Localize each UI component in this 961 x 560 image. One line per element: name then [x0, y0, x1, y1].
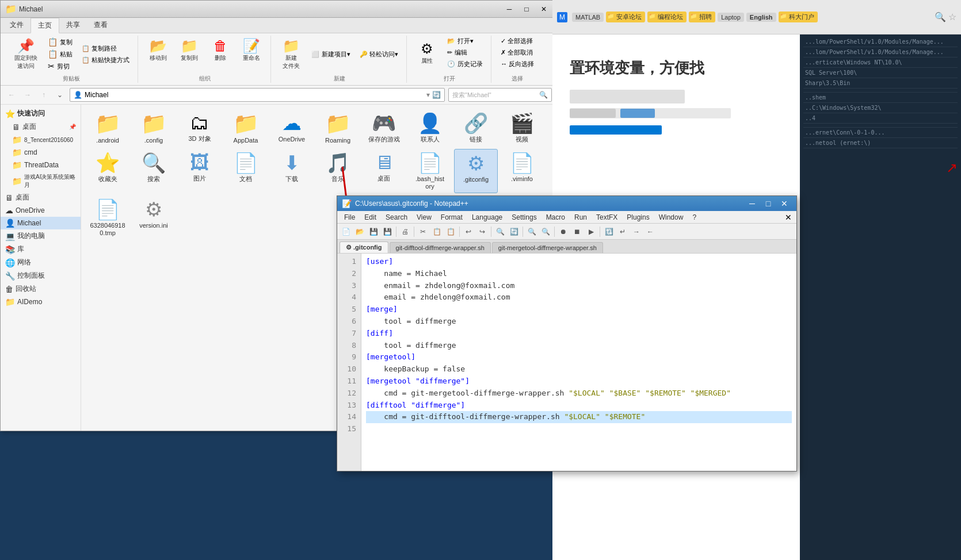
file-appdata[interactable]: 📁 AppData — [224, 109, 268, 147]
bookmark-matlab[interactable]: MATLAB — [572, 13, 604, 22]
notepad-editor[interactable]: 1 2 3 4 5 6 7 8 9 10 11 12 13 14 15 [use… — [337, 254, 796, 471]
menu-plugins[interactable]: Plugins — [622, 212, 654, 223]
copy-to-button[interactable]: 📁 复制到 — [175, 36, 204, 64]
new-folder-button[interactable]: 📁 新建文件夹 — [277, 36, 306, 72]
tb-paste[interactable]: 📋 — [444, 225, 457, 238]
sidebar-desktop[interactable]: 🖥 桌面 — [1, 191, 81, 204]
tb-record[interactable]: ⏺ — [557, 225, 570, 238]
sidebar-desktop-pin[interactable]: 🖥 桌面 📌 — [1, 120, 81, 133]
file-viminfo[interactable]: 📄 .viminfo — [500, 149, 544, 193]
refresh-icon[interactable]: 🔄 — [432, 91, 441, 99]
tb-replace[interactable]: 🔄 — [508, 225, 520, 238]
tb-print[interactable]: 🖨 — [399, 225, 411, 238]
file-tmp[interactable]: 📄 6328046918 0.tmp — [86, 195, 129, 239]
back-button[interactable]: ← — [5, 89, 18, 101]
maximize-button[interactable]: □ — [518, 3, 535, 15]
recent-button[interactable]: ⌄ — [54, 89, 66, 101]
tb-new[interactable]: 📄 — [340, 225, 352, 238]
tb-unindent[interactable]: ← — [644, 225, 657, 238]
bookmark-english[interactable]: English — [746, 13, 776, 22]
browser-star-icon[interactable]: ☆ — [948, 11, 956, 22]
tb-cut[interactable]: ✂ — [417, 225, 429, 238]
pin-button[interactable]: 📌 固定到快速访问 — [10, 36, 42, 72]
ribbon-tab-home[interactable]: 主页 — [30, 18, 59, 33]
tb-sync[interactable]: 🔃 — [602, 225, 615, 238]
file-contacts[interactable]: 👤 联系人 — [408, 109, 452, 147]
tab-difftool[interactable]: git-difftool-diffmerge-wrapper.sh — [390, 242, 491, 253]
search-button[interactable]: 🔍 — [539, 91, 548, 99]
easy-access-button[interactable]: 🔑 轻松访问▾ — [356, 49, 402, 60]
menu-settings[interactable]: Settings — [507, 212, 541, 223]
copy-path-button[interactable]: 📋 复制路径 — [78, 43, 133, 54]
open-button[interactable]: 📂 打开▾ — [444, 36, 486, 47]
file-desktop-folder[interactable]: 🖥 桌面 — [362, 149, 406, 193]
up-button[interactable]: ↑ — [37, 89, 50, 101]
tb-wrap[interactable]: ↵ — [616, 225, 629, 238]
address-path[interactable]: 👤 Michael ▾ 🔄 — [70, 88, 445, 102]
file-version-ini[interactable]: ⚙ version.ini — [132, 195, 176, 239]
file-3dobjects[interactable]: 🗂 3D 对象 — [178, 109, 222, 147]
file-documents[interactable]: 📄 文档 — [224, 149, 268, 193]
cut-button[interactable]: ✂ 剪切 — [44, 60, 76, 72]
search-box[interactable]: 搜索"Michael" 🔍 — [448, 88, 552, 102]
sidebar-controlpanel[interactable]: 🔧 控制面板 — [1, 269, 81, 282]
ribbon-tab-view[interactable]: 查看 — [87, 18, 115, 33]
copy-button[interactable]: 📋 复制 — [44, 36, 76, 48]
file-downloads[interactable]: ⬇ 下载 — [270, 149, 314, 193]
notepad-close[interactable]: ✕ — [777, 198, 792, 209]
menu-format[interactable]: Format — [436, 212, 467, 223]
ribbon-tab-file[interactable]: 文件 — [3, 18, 30, 33]
browser-search-icon[interactable]: 🔍 — [935, 11, 946, 22]
properties-button[interactable]: ⚙ 属性 — [413, 39, 441, 67]
menu-window[interactable]: Window — [654, 212, 688, 223]
sidebar-aidemo[interactable]: 📁 AIDemo — [1, 296, 81, 308]
sidebar-quick-access[interactable]: ⭐ 快速访问 — [1, 107, 81, 120]
code-area[interactable]: [user] name = Michael enmail = zhdelong@… — [361, 254, 796, 471]
forward-button[interactable]: → — [21, 89, 34, 101]
file-android[interactable]: 📁 .android — [86, 109, 129, 147]
tb-saveall[interactable]: 💾 — [381, 225, 394, 238]
close-button[interactable]: ✕ — [536, 3, 552, 15]
rename-button[interactable]: 📝 重命名 — [237, 36, 266, 64]
move-to-button[interactable]: 📂 移动到 — [144, 36, 173, 64]
file-config[interactable]: 📁 .config — [132, 109, 176, 147]
menu-view[interactable]: View — [412, 212, 436, 223]
menu-search[interactable]: Search — [381, 212, 412, 223]
bookmark-android[interactable]: 📁 安卓论坛 — [606, 11, 645, 22]
editor-close-btn[interactable]: ✕ — [783, 213, 794, 222]
notepad-minimize[interactable]: ─ — [745, 198, 760, 209]
notepad-maximize[interactable]: □ — [761, 198, 776, 209]
tab-mergetool[interactable]: git-mergetool-diffmerge-wrapper.sh — [492, 242, 603, 253]
file-bash-history[interactable]: 📄 .bash_history — [408, 149, 452, 193]
sidebar-onedrive[interactable]: ☁ OneDrive — [1, 204, 81, 217]
tb-find[interactable]: 🔍 — [494, 225, 506, 238]
delete-button[interactable]: 🗑 删除 — [206, 36, 235, 64]
tab-gitconfig[interactable]: ⚙ .gitconfig — [340, 241, 388, 253]
article-link[interactable] — [570, 125, 662, 135]
bookmark-ustc[interactable]: 📁 科大门户 — [779, 11, 818, 22]
tb-undo[interactable]: ↩ — [462, 225, 475, 238]
tb-redo[interactable]: ↪ — [476, 225, 489, 238]
ribbon-tab-share[interactable]: 共享 — [59, 18, 87, 33]
sidebar-recycle[interactable]: 🗑 回收站 — [1, 282, 81, 296]
file-onedrive[interactable]: ☁ OneDrive — [270, 109, 314, 147]
sidebar-cmd[interactable]: 📁 cmd — [1, 146, 81, 159]
sidebar-network[interactable]: 🌐 网络 — [1, 256, 81, 269]
select-none-button[interactable]: ✗ 全部取消 — [497, 47, 537, 58]
select-all-button[interactable]: ✓ 全部选择 — [497, 36, 537, 47]
article-button[interactable] — [620, 109, 655, 118]
file-music[interactable]: 🎵 音乐 — [316, 149, 360, 193]
invert-select-button[interactable]: ↔ 反向选择 — [497, 59, 537, 70]
minimize-button[interactable]: ─ — [501, 3, 517, 15]
new-item-button[interactable]: ⬜ 新建项目▾ — [308, 49, 354, 60]
bookmark-jobs[interactable]: 📁 招聘 — [689, 11, 715, 22]
file-savedgames[interactable]: 🎮 保存的游戏 — [362, 109, 406, 147]
sidebar-mypc[interactable]: 💻 我的电脑 — [1, 229, 81, 243]
menu-language[interactable]: Language — [467, 212, 507, 223]
file-search[interactable]: 🔍 搜索 — [132, 149, 176, 193]
bookmark-laptop[interactable]: Laptop — [718, 13, 744, 22]
menu-help[interactable]: ? — [688, 212, 701, 223]
file-pictures[interactable]: 🖼 图片 — [178, 149, 222, 193]
tb-zoomin[interactable]: 🔍 — [525, 225, 538, 238]
sidebar-library[interactable]: 📚 库 — [1, 243, 81, 256]
